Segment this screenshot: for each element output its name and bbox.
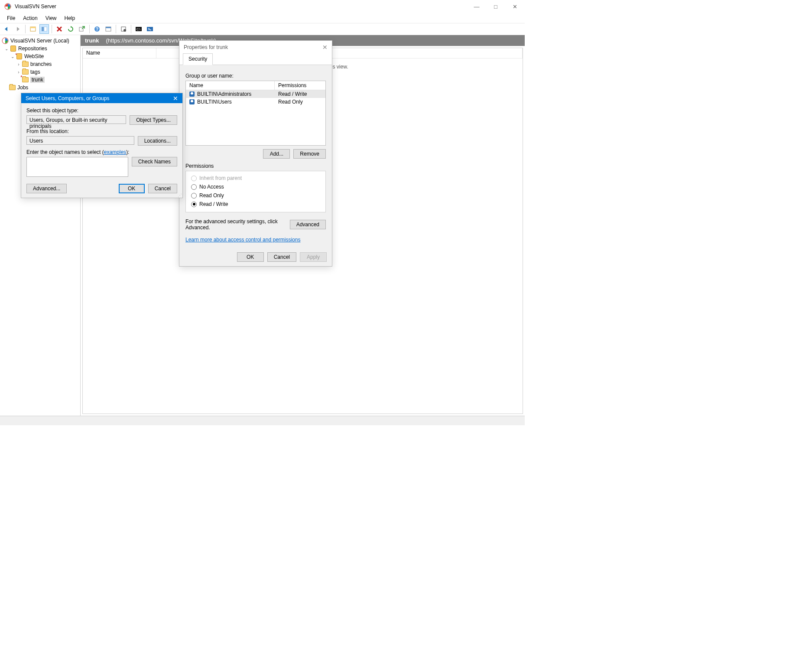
tree-pane[interactable]: VisualSVN Server (Local) ⌄ Repositories … <box>0 35 81 416</box>
radio-read-write[interactable]: Read / Write <box>188 200 324 208</box>
menu-help[interactable]: Help <box>61 14 79 22</box>
examples-link[interactable]: examples <box>104 149 126 155</box>
radio-no-access[interactable]: No Access <box>188 182 324 191</box>
radio-icon <box>191 193 197 199</box>
select-users-titlebar[interactable]: Select Users, Computers, or Groups ✕ <box>21 93 182 103</box>
permissions-grid[interactable]: Name Permissions BUILTIN\Administrators … <box>185 81 326 146</box>
user-icon <box>189 99 195 104</box>
server-icon <box>2 37 9 44</box>
chevron-right-icon[interactable]: › <box>16 62 22 67</box>
ok-button[interactable]: OK <box>119 184 145 193</box>
folder-icon <box>9 84 16 91</box>
radio-read-only-label: Read Only <box>199 192 224 199</box>
tree-website-label: WebSite <box>24 53 44 59</box>
toolbar-panel-icon[interactable] <box>104 24 113 34</box>
toolbar-view-icon[interactable] <box>39 24 49 34</box>
toolbar: ? C:\ <box>0 23 525 35</box>
tree-tags[interactable]: › tags <box>1 68 79 76</box>
check-names-button[interactable]: Check Names <box>132 157 177 166</box>
tree-branches-label: branches <box>30 61 52 67</box>
toolbar-forward-icon[interactable] <box>13 24 23 34</box>
properties-titlebar: Properties for trunk ✕ <box>179 41 332 53</box>
locations-button[interactable]: Locations... <box>138 136 177 146</box>
grid-col-name[interactable]: Name <box>186 81 275 90</box>
tree-tags-label: tags <box>30 69 40 75</box>
radio-read-write-label: Read / Write <box>199 201 228 207</box>
object-types-button[interactable]: Object Types... <box>130 115 177 125</box>
toolbar-export-icon[interactable] <box>77 24 87 34</box>
learn-more-link[interactable]: Learn more about access control and perm… <box>185 237 300 243</box>
resize-grip-icon[interactable]: ⋰ <box>178 194 182 197</box>
path-bar-name: trunk <box>85 37 99 44</box>
window-close-button[interactable]: ✕ <box>509 3 520 10</box>
statusbar <box>0 416 525 425</box>
tree-branches[interactable]: › branches <box>1 60 79 68</box>
menu-action[interactable]: Action <box>19 14 41 22</box>
ok-button[interactable]: OK <box>237 252 264 262</box>
radio-no-access-label: No Access <box>199 184 224 190</box>
menu-file[interactable]: File <box>3 14 19 22</box>
toolbar-back-icon[interactable] <box>2 24 11 34</box>
close-icon[interactable]: ✕ <box>322 44 328 51</box>
select-users-dialog: Select Users, Computers, or Groups ✕ Sel… <box>21 93 183 198</box>
grid-row[interactable]: BUILTIN\Users Read Only <box>186 98 325 106</box>
grid-cell-name: BUILTIN\Users <box>197 99 232 105</box>
toolbar-show-hide-icon[interactable] <box>28 24 38 34</box>
grid-cell-name: BUILTIN\Administrators <box>197 91 251 97</box>
tree-trunk[interactable]: * trunk <box>1 76 79 84</box>
cancel-button[interactable]: Cancel <box>148 184 177 193</box>
location-label: From this location: <box>26 128 177 134</box>
close-icon[interactable]: ✕ <box>173 95 178 102</box>
toolbar-delete-icon[interactable] <box>55 24 64 34</box>
grid-col-permissions[interactable]: Permissions <box>275 81 325 90</box>
grid-cell-perm: Read / Write <box>278 91 322 97</box>
tree-root[interactable]: VisualSVN Server (Local) <box>1 37 79 45</box>
menu-view[interactable]: View <box>42 14 60 22</box>
object-type-field: Users, Groups, or Built-in security prin… <box>26 115 126 124</box>
svg-rect-3 <box>42 27 44 31</box>
tree-root-label: VisualSVN Server (Local) <box>10 38 69 44</box>
svg-text:C:\: C:\ <box>136 28 140 31</box>
location-field: Users <box>26 136 134 145</box>
remove-button[interactable]: Remove <box>293 149 326 159</box>
chevron-down-icon[interactable]: ⌄ <box>3 46 10 51</box>
grid-cell-perm: Read Only <box>278 99 322 105</box>
tree-repositories-label: Repositories <box>18 46 47 52</box>
radio-icon <box>191 202 197 207</box>
apply-button[interactable]: Apply <box>300 252 327 262</box>
object-type-label: Select this object type: <box>26 107 177 114</box>
tab-security[interactable]: Security <box>183 53 213 65</box>
tree-website[interactable]: ⌄ * WebSite <box>1 52 79 60</box>
chevron-right-icon[interactable]: › <box>16 70 22 75</box>
select-users-title: Select Users, Computers, or Groups <box>26 95 109 101</box>
properties-title: Properties for trunk <box>184 44 228 50</box>
radio-icon <box>191 184 197 190</box>
window-title: VisualSVN Server <box>15 3 471 10</box>
window-minimize-button[interactable]: — <box>471 3 482 10</box>
radio-read-only[interactable]: Read Only <box>188 191 324 200</box>
advanced-hint-text: For the advanced security settings, clic… <box>185 218 285 231</box>
advanced-button[interactable]: Advanced <box>290 220 326 229</box>
toolbar-cmd-icon[interactable]: C:\ <box>134 24 143 34</box>
object-names-input[interactable] <box>26 157 128 177</box>
cylinder-icon <box>10 45 16 52</box>
svg-rect-2 <box>30 27 36 28</box>
enter-names-label: Enter the object names to select (exampl… <box>26 149 177 155</box>
cancel-button[interactable]: Cancel <box>267 252 296 262</box>
radio-inherit-label: Inherit from parent <box>199 175 242 181</box>
toolbar-refresh-icon[interactable] <box>66 24 75 34</box>
toolbar-properties-icon[interactable] <box>119 24 128 34</box>
list-col-name[interactable]: Name <box>83 48 156 58</box>
advanced-button[interactable]: Advanced... <box>26 184 67 193</box>
tree-repositories[interactable]: ⌄ Repositories <box>1 45 79 52</box>
grid-row[interactable]: BUILTIN\Administrators Read / Write <box>186 90 325 98</box>
toolbar-help-icon[interactable]: ? <box>92 24 102 34</box>
chevron-down-icon[interactable]: ⌄ <box>10 54 16 59</box>
add-button[interactable]: Add... <box>263 149 290 159</box>
window-maximize-button[interactable]: □ <box>490 3 501 10</box>
tree-jobs[interactable]: Jobs <box>1 84 79 91</box>
app-icon <box>4 3 11 10</box>
window-titlebar: VisualSVN Server — □ ✕ <box>0 0 525 13</box>
properties-tabstrip: Security <box>179 53 332 65</box>
toolbar-powershell-icon[interactable] <box>145 24 155 34</box>
